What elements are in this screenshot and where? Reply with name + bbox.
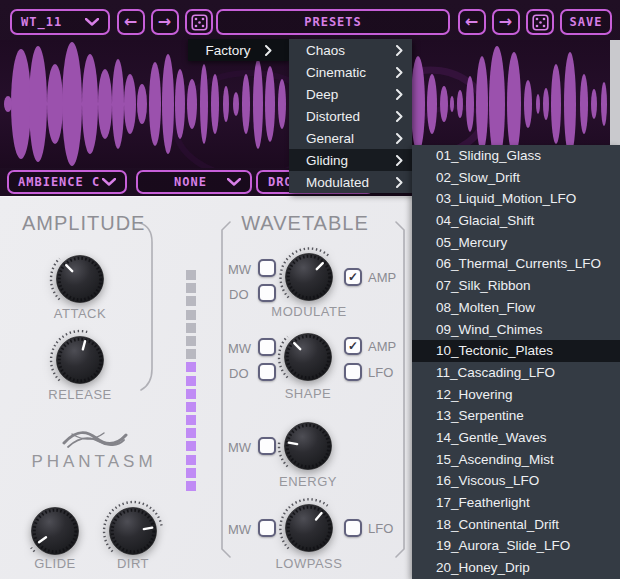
preset-item[interactable]: 14_Gentle_Waves: [412, 427, 620, 449]
wavetable-random-button[interactable]: [185, 9, 213, 35]
shape-knob[interactable]: [274, 323, 342, 391]
phantasm-logo-icon: [58, 424, 132, 452]
preset-item[interactable]: 01_Sliding_Glass: [412, 145, 620, 167]
preset-item[interactable]: 16_Viscous_LFO: [412, 470, 620, 492]
preset-list: 01_Sliding_Glass02_Slow_Drift03_Liquid_M…: [412, 145, 620, 579]
lfo-label: LFO: [368, 521, 393, 536]
meter-segment: [186, 481, 196, 491]
meter-segment: [186, 402, 196, 412]
ambience-select[interactable]: AMBIENCE C: [7, 170, 127, 194]
wavetable-section-title: WAVETABLE: [225, 212, 385, 235]
release-knob-label: RELEASE: [20, 387, 140, 402]
save-button-label: SAVE: [570, 15, 603, 29]
dirt-knob[interactable]: [99, 497, 167, 565]
preset-item[interactable]: 19_Aurora_Slide_LFO: [412, 535, 620, 557]
chevron-right-icon: [396, 67, 403, 78]
lowpass-knob-label: LOWPASS: [249, 556, 369, 571]
modulate-knob-label: MODULATE: [249, 304, 369, 319]
lowpass-knob[interactable]: [275, 494, 343, 562]
preset-random-button[interactable]: [526, 9, 554, 35]
amp-label: AMP: [368, 339, 396, 354]
wavetable-select[interactable]: WT_11: [10, 9, 110, 35]
lfo-label: LFO: [368, 365, 393, 380]
meter-segment: [186, 270, 196, 280]
wavetable-prev-button[interactable]: ←: [117, 9, 145, 35]
chevron-right-icon: [396, 45, 403, 56]
glide-knob[interactable]: [21, 497, 89, 565]
preset-item[interactable]: 20_Honey_Drip: [412, 557, 620, 579]
preset-next-button[interactable]: →: [492, 9, 520, 35]
preset-item[interactable]: 07_Silk_Ribbon: [412, 275, 620, 297]
meter-segment: [186, 376, 196, 386]
energy-knob-label: ENERGY: [248, 474, 368, 489]
shape-lfo-checkbox[interactable]: [344, 363, 362, 381]
mw-label: MW: [228, 440, 251, 455]
menu-item-modulated[interactable]: Modulated: [289, 171, 412, 193]
routing-select[interactable]: NONE: [136, 170, 252, 194]
do-label: DO: [229, 287, 249, 302]
menu-item-general[interactable]: General: [289, 127, 412, 149]
meter-segment: [186, 336, 196, 346]
chevron-right-icon: [396, 177, 403, 188]
release-knob[interactable]: [46, 326, 114, 394]
ambience-select-value: AMBIENCE C: [18, 175, 100, 189]
preset-item[interactable]: 17_Featherlight: [412, 492, 620, 514]
arrow-right-icon: →: [499, 12, 513, 33]
preset-item[interactable]: 12_Hovering: [412, 384, 620, 406]
preset-item[interactable]: 18_Continental_Drift: [412, 514, 620, 536]
menu-item-factory[interactable]: Factory: [188, 39, 289, 61]
meter-segment: [186, 441, 196, 451]
check-icon: ✓: [348, 339, 358, 353]
preset-item[interactable]: 08_Molten_Flow: [412, 297, 620, 319]
phantasm-plugin-window: WT_11 ← → PRESETS ← →: [0, 0, 620, 579]
menu-item-deep[interactable]: Deep: [289, 83, 412, 105]
do-label: DO: [229, 366, 249, 381]
modulate-mw-checkbox[interactable]: [258, 259, 276, 277]
modulate-knob[interactable]: [275, 243, 343, 311]
menu-item-label: Cinematic: [306, 65, 396, 80]
presets-button[interactable]: PRESETS: [216, 9, 450, 35]
modulate-amp-checkbox[interactable]: ✓: [344, 268, 362, 286]
wavetable-select-value: WT_11: [21, 15, 62, 29]
preset-item[interactable]: 04_Glacial_Shift: [412, 210, 620, 232]
lowpass-lfo-checkbox[interactable]: [344, 519, 362, 537]
modulate-do-checkbox[interactable]: [258, 284, 276, 302]
mw-label: MW: [228, 341, 251, 356]
meter-segment: [186, 455, 196, 465]
window-edge-strip: [610, 40, 620, 146]
mw-label: MW: [228, 522, 251, 537]
menu-item-cinematic[interactable]: Cinematic: [289, 61, 412, 83]
chevron-right-icon: [265, 45, 272, 56]
preset-item[interactable]: 15_Ascending_Mist: [412, 449, 620, 471]
chevron-down-icon: [102, 178, 116, 186]
attack-knob[interactable]: [46, 245, 114, 313]
meter-segment: [186, 310, 196, 320]
menu-item-label: Gliding: [306, 153, 396, 168]
preset-item[interactable]: 11_Cascading_LFO: [412, 362, 620, 384]
chevron-right-icon: [396, 111, 403, 122]
chevron-right-icon: [396, 89, 403, 100]
save-button[interactable]: SAVE: [560, 9, 612, 35]
category-menu: Chaos Cinematic Deep Distorted General G…: [289, 39, 412, 193]
preset-item[interactable]: 13_Serpentine: [412, 405, 620, 427]
lowpass-mw-checkbox[interactable]: [258, 519, 276, 537]
preset-item[interactable]: 10_Tectonic_Plates: [412, 340, 620, 362]
wavetable-next-button[interactable]: →: [151, 9, 179, 35]
preset-item[interactable]: 05_Mercury: [412, 232, 620, 254]
menu-item-distorted[interactable]: Distorted: [289, 105, 412, 127]
preset-item[interactable]: 06_Thermal_Currents_LFO: [412, 253, 620, 275]
preset-prev-button[interactable]: ←: [458, 9, 486, 35]
preset-item[interactable]: 03_Liquid_Motion_LFO: [412, 188, 620, 210]
preset-item[interactable]: 02_Slow_Drift: [412, 167, 620, 189]
preset-item[interactable]: 09_Wind_Chimes: [412, 319, 620, 341]
menu-item-label: Chaos: [306, 43, 396, 58]
menu-item-chaos[interactable]: Chaos: [289, 39, 412, 61]
menu-item-label: Distorted: [306, 109, 396, 124]
amplitude-section-title: AMPLITUDE: [22, 212, 145, 235]
energy-knob[interactable]: [274, 412, 342, 480]
routing-select-value: NONE: [174, 175, 207, 189]
dirt-knob-label: DIRT: [73, 556, 193, 571]
shape-amp-checkbox[interactable]: ✓: [344, 337, 362, 355]
menu-item-gliding[interactable]: Gliding: [289, 149, 412, 171]
arrow-left-icon: ←: [124, 12, 138, 33]
